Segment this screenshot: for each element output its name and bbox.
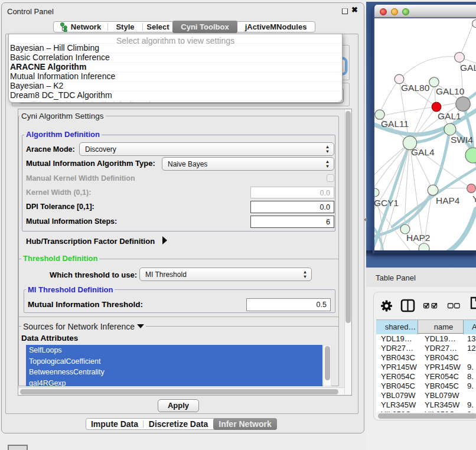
svg-text:GAL80: GAL80: [401, 83, 430, 93]
svg-text:GAL1: GAL1: [438, 111, 461, 121]
svg-text:HAP4: HAP4: [436, 195, 460, 206]
svg-text:GCY1: GCY1: [374, 198, 399, 208]
svg-text:SWI4: SWI4: [451, 135, 473, 145]
svg-text:HAP2: HAP2: [406, 233, 431, 243]
svg-text:GAL4: GAL4: [411, 147, 435, 157]
svg-text:GAL11: GAL11: [381, 119, 409, 129]
svg-text:Y: Y: [472, 194, 476, 204]
svg-text:GAL7: GAL7: [460, 63, 476, 73]
svg-text:GAL10: GAL10: [436, 86, 465, 96]
